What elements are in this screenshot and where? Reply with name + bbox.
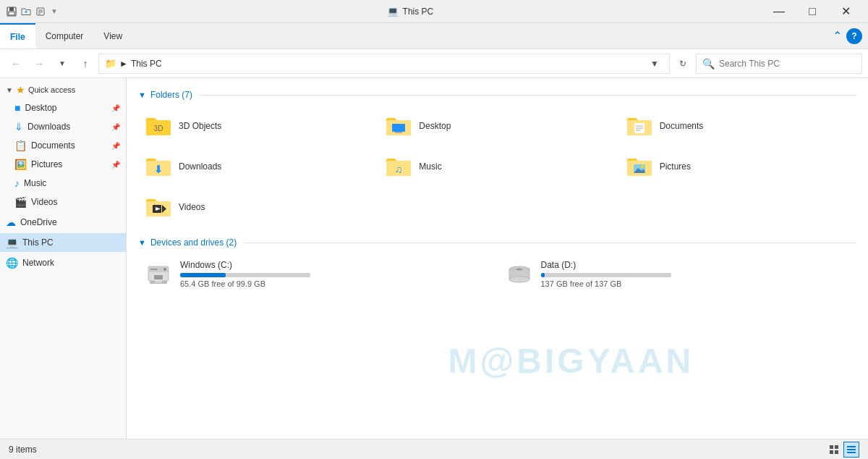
downloads-label: Downloads [27, 122, 70, 132]
address-field[interactable]: 📁 ► This PC ▼ [98, 54, 670, 74]
svg-rect-40 [847, 452, 856, 453]
address-path-text: This PC [131, 59, 162, 69]
drive-c-icon: WIN [144, 259, 173, 288]
svg-text:⬇: ⬇ [154, 164, 163, 175]
folders-chevron[interactable]: ▼ [138, 90, 146, 99]
sidebar-section-thispc: 💻 This PC [0, 233, 126, 252]
folder-3d-icon: 3D [144, 111, 173, 140]
title-text: This PC [403, 7, 434, 17]
folder-pictures-label: Pictures [660, 161, 691, 172]
svg-rect-1 [9, 7, 14, 11]
folder-desktop-label: Desktop [419, 121, 451, 131]
svg-point-32 [509, 277, 529, 282]
folder-pictures[interactable]: Pictures [619, 148, 856, 185]
close-button[interactable]: ✕ [829, 0, 862, 23]
folders-section-header: ▼ Folders (7) [138, 90, 856, 100]
sidebar-section-network: 🌐 Network [0, 253, 126, 272]
folder-music[interactable]: ♫ Music [378, 148, 616, 185]
recent-locations-button[interactable]: ▼ [52, 54, 72, 74]
sidebar-item-onedrive[interactable]: ☁ OneDrive [0, 213, 126, 232]
folder-desktop[interactable]: Desktop [378, 107, 616, 145]
folders-title[interactable]: Folders (7) [150, 90, 192, 100]
drive-c-name: Windows (C:) [180, 260, 490, 270]
svg-rect-34 [830, 445, 833, 449]
minimize-button[interactable]: — [762, 0, 796, 23]
drive-d-icon [505, 259, 534, 288]
drive-c[interactable]: WIN Windows (C:) 65.4 GB free of 99.9 GB [138, 255, 496, 292]
tab-computer[interactable]: Computer [35, 23, 94, 49]
svg-rect-39 [847, 449, 856, 450]
drive-c-bar [180, 273, 310, 277]
dropdown-arrow-icon[interactable]: ▼ [51, 7, 58, 15]
quick-access-star-icon: ★ [16, 84, 25, 96]
back-button[interactable]: ← [6, 54, 26, 74]
svg-text:WIN: WIN [155, 279, 162, 284]
network-label: Network [22, 258, 54, 268]
drives-chevron[interactable]: ▼ [138, 238, 146, 247]
svg-point-33 [516, 269, 522, 271]
up-button[interactable]: ↑ [75, 54, 95, 74]
sidebar-item-pictures[interactable]: 🖼️ Pictures 📌 [0, 155, 126, 174]
folder-documents-icon [625, 111, 654, 140]
thispc-icon: 💻 [6, 237, 18, 248]
pin-icon-pictures: 📌 [111, 161, 120, 169]
new-folder-icon[interactable]: + [20, 6, 32, 17]
tab-view[interactable]: View [93, 23, 132, 49]
folder-documents[interactable]: Documents [619, 107, 856, 145]
folders-divider [200, 95, 856, 96]
ribbon: File Computer View ⌃ ? [0, 23, 868, 49]
svg-rect-2 [9, 12, 14, 15]
drive-d-bar [541, 273, 671, 277]
svg-point-26 [163, 268, 166, 271]
drive-d[interactable]: Data (D:) 137 GB free of 137 GB [499, 255, 857, 292]
refresh-button[interactable]: ↻ [673, 54, 693, 74]
svg-rect-25 [150, 269, 158, 270]
sidebar-item-thispc[interactable]: 💻 This PC [0, 233, 126, 252]
properties-icon[interactable] [35, 6, 46, 17]
sidebar-item-documents[interactable]: 📋 Documents 📌 [0, 136, 126, 155]
sidebar-item-music[interactable]: ♪ Music [0, 174, 126, 193]
sidebar-item-videos[interactable]: 🎬 Videos [0, 193, 126, 211]
svg-text:+: + [25, 9, 27, 14]
desktop-icon: ■ [14, 102, 20, 114]
tab-file[interactable]: File [0, 23, 35, 49]
pin-icon-documents: 📌 [111, 142, 120, 150]
address-path: 📁 ► This PC [105, 58, 646, 69]
maximize-button[interactable]: □ [796, 0, 829, 23]
search-icon: 🔍 [702, 58, 715, 70]
window-controls: — □ ✕ [762, 0, 862, 23]
sidebar-item-network[interactable]: 🌐 Network [0, 253, 126, 272]
svg-rect-36 [830, 450, 833, 454]
search-box: 🔍 [696, 54, 862, 74]
save-icon[interactable] [6, 6, 17, 17]
onedrive-label: OneDrive [20, 217, 57, 227]
view-grid-button[interactable] [826, 442, 842, 458]
drives-title[interactable]: Devices and drives (2) [150, 237, 237, 248]
folder-videos-label: Videos [179, 202, 205, 212]
quick-access-header[interactable]: ▼ ★ Quick access [0, 81, 126, 98]
search-input[interactable] [719, 59, 856, 69]
folder-music-label: Music [419, 161, 441, 172]
documents-icon: 📋 [14, 140, 27, 151]
view-list-button[interactable] [843, 442, 859, 458]
drives-grid: WIN Windows (C:) 65.4 GB free of 99.9 GB [138, 255, 856, 292]
folder-videos[interactable]: Videos [138, 188, 375, 226]
svg-text:♫: ♫ [395, 164, 403, 175]
sidebar-item-desktop[interactable]: ■ Desktop 📌 [0, 98, 126, 117]
address-dropdown-button[interactable]: ▼ [646, 59, 663, 69]
watermark: M@BIGYAAN [448, 341, 694, 381]
thispc-label: This PC [22, 237, 54, 248]
folder-3d-label: 3D Objects [179, 121, 221, 131]
downloads-icon: ⇓ [14, 121, 23, 132]
forward-button[interactable]: → [29, 54, 49, 74]
drive-d-space: 137 GB free of 137 GB [541, 279, 851, 288]
ribbon-collapse-icon[interactable]: ⌃ [830, 30, 843, 43]
desktop-label: Desktop [25, 103, 56, 113]
address-bar: ← → ▼ ↑ 📁 ► This PC ▼ ↻ 🔍 [0, 49, 868, 78]
folder-3d-objects[interactable]: 3D 3D Objects [138, 107, 375, 145]
help-icon[interactable]: ? [846, 28, 862, 44]
music-label: Music [24, 178, 46, 188]
sidebar-item-downloads[interactable]: ⇓ Downloads 📌 [0, 117, 126, 136]
documents-label: Documents [31, 140, 75, 151]
folder-downloads[interactable]: ⬇ Downloads [138, 148, 375, 185]
